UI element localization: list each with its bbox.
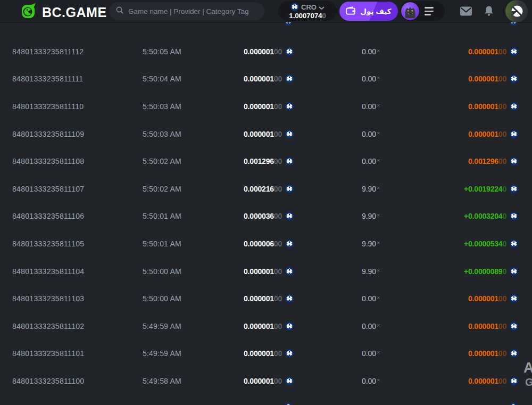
bet-row[interactable]: 84801333235811105 5:50:01 AM 0.00000600 …	[0, 230, 532, 258]
bet-amount: 0.00000600	[244, 239, 294, 248]
bet-multiplier: 9.90×	[362, 212, 380, 220]
clipped-overlay-text: G	[525, 376, 532, 389]
bet-row[interactable]: 84801333235811102 5:49:59 AM 0.00000100 …	[0, 312, 532, 340]
wallet-button[interactable]: كيف پول	[339, 2, 398, 21]
currency-code: CRO	[301, 4, 317, 11]
bet-multiplier: 0.00×	[362, 322, 380, 330]
cro-coin-icon	[285, 267, 294, 276]
cro-coin-icon	[510, 212, 518, 220]
profile-menu-group	[400, 1, 445, 21]
bet-payout: 0.00000100	[468, 75, 518, 83]
bets-table: 84801333235811112 5:50:05 AM 0.00000100 …	[0, 22, 532, 405]
bet-amount: 0.00000100	[244, 349, 294, 358]
bet-payout: 0.00000100	[468, 130, 518, 138]
wallet-button-label: كيف پول	[360, 7, 391, 15]
bet-row[interactable]: 84801333235811104 5:50:00 AM 0.00000100 …	[0, 258, 532, 285]
bet-row[interactable]: 84801333235811109 5:50:03 AM 0.00000100 …	[0, 120, 532, 148]
notifications-button[interactable]	[483, 5, 496, 18]
bet-time: 5:50:03 AM	[143, 130, 181, 138]
bet-time: 5:49:59 AM	[143, 322, 181, 330]
bet-id: 84801333235811101	[12, 349, 84, 358]
balance-amount: 1.00070740	[289, 12, 326, 20]
bet-time: 5:50:00 AM	[143, 267, 181, 276]
cro-coin-icon	[285, 47, 294, 56]
cro-coin-icon	[510, 294, 518, 303]
cro-coin-icon	[510, 75, 518, 83]
wallet-icon	[346, 6, 356, 16]
brand-logo[interactable]: BC.GAME	[19, 2, 107, 22]
bet-row[interactable]: 84801333235811106 5:50:01 AM 0.00003600 …	[0, 203, 532, 230]
bet-time: 5:49:59 AM	[143, 349, 181, 358]
bet-multiplier: 9.90×	[362, 239, 380, 248]
bet-row[interactable]: 84801333235811111 5:50:04 AM 0.00000100 …	[0, 65, 532, 93]
bet-time: 5:50:01 AM	[143, 239, 181, 248]
cro-coin-icon	[510, 349, 518, 358]
mail-icon	[459, 5, 473, 18]
cro-coin-icon	[285, 322, 294, 330]
bet-time: 5:50:03 AM	[143, 102, 181, 111]
bet-row[interactable]: 84801333235811107 5:50:02 AM 0.00021600 …	[0, 175, 532, 203]
cro-coin-icon	[510, 322, 518, 330]
bet-multiplier: 9.90×	[362, 267, 380, 276]
search-bar[interactable]	[109, 2, 264, 20]
bet-id: 84801333235811110	[12, 102, 84, 111]
cro-coin-icon	[509, 22, 518, 26]
cro-coin-icon	[285, 349, 294, 358]
bet-amount: 0.00000100	[244, 102, 294, 111]
bet-row[interactable]: 84801333235811110 5:50:03 AM 0.00000100 …	[0, 93, 532, 120]
bell-icon	[483, 5, 495, 18]
bet-row[interactable]: 84801333235811101 5:49:59 AM 0.00000100 …	[0, 340, 532, 368]
bet-payout: 0.00129600	[468, 157, 518, 166]
avatar[interactable]	[401, 2, 419, 20]
cro-coin-icon	[285, 239, 294, 248]
bets-table-body: 84801333235811112 5:50:05 AM 0.00000100 …	[0, 38, 532, 395]
cro-coin-icon	[510, 157, 518, 166]
cro-coin-icon	[285, 157, 294, 166]
bet-row[interactable]: 84801333235811112 5:50:05 AM 0.00000100 …	[0, 38, 532, 65]
bet-payout: 0.00000100	[468, 294, 518, 303]
bet-time: 5:49:58 AM	[143, 377, 181, 385]
cro-coin-icon	[285, 185, 294, 193]
currency-selector[interactable]: CRO 1.00070740	[278, 1, 337, 21]
bet-time: 5:50:02 AM	[143, 157, 181, 166]
cro-coin-icon	[510, 130, 518, 138]
menu-icon[interactable]	[425, 7, 434, 15]
brand-name: BC.GAME	[42, 3, 107, 21]
bet-payout: 0.00000100	[468, 377, 518, 385]
cro-coin-icon	[510, 267, 518, 276]
bet-time: 5:50:04 AM	[143, 75, 181, 83]
bet-row[interactable]: 84801333235811108 5:50:02 AM 0.00129600 …	[0, 147, 532, 175]
bet-payout: 0.00000100	[468, 349, 518, 358]
bet-id: 84801333235811106	[12, 212, 84, 220]
bet-id: 84801333235811105	[12, 239, 84, 248]
bet-amount: 0.00000100	[244, 322, 294, 330]
bet-multiplier: 0.00×	[362, 377, 380, 385]
bet-multiplier: 0.00×	[362, 75, 380, 83]
bet-amount: 0.00000100	[244, 294, 294, 303]
cro-coin-icon	[510, 185, 518, 193]
bet-multiplier: 0.00×	[362, 130, 380, 138]
bet-amount: 0.00000100	[244, 267, 294, 276]
bet-time: 5:50:05 AM	[143, 47, 181, 56]
bet-row[interactable]: 84801333235811103 5:50:00 AM 0.00000100 …	[0, 285, 532, 312]
bet-amount: 0.00000100	[244, 75, 294, 83]
bet-time: 5:50:01 AM	[143, 212, 181, 220]
bet-multiplier: 0.00×	[362, 349, 380, 358]
bet-amount: 0.00000100	[244, 130, 294, 138]
announcement-toggle[interactable]	[505, 0, 528, 22]
bet-payout: +0.00032040	[464, 212, 518, 220]
bet-amount: 0.00021600	[244, 185, 294, 193]
bet-payout: 0.00000100	[468, 322, 518, 330]
cro-coin-icon	[285, 212, 294, 220]
bet-row[interactable]: 84801333235811100 5:49:58 AM 0.00000100 …	[0, 367, 532, 395]
bet-payout: +0.00000890	[464, 267, 518, 276]
bet-amount: 0.00003600	[244, 212, 294, 220]
bet-id: 84801333235811104	[12, 267, 84, 276]
top-bar: BC.GAME CRO	[0, 0, 532, 22]
cro-coin-icon	[285, 75, 294, 83]
search-icon	[115, 6, 124, 16]
bcgame-logo-icon	[19, 2, 37, 22]
search-input[interactable]	[128, 7, 258, 15]
cro-coin-icon	[284, 403, 293, 405]
mail-button[interactable]	[459, 5, 473, 18]
